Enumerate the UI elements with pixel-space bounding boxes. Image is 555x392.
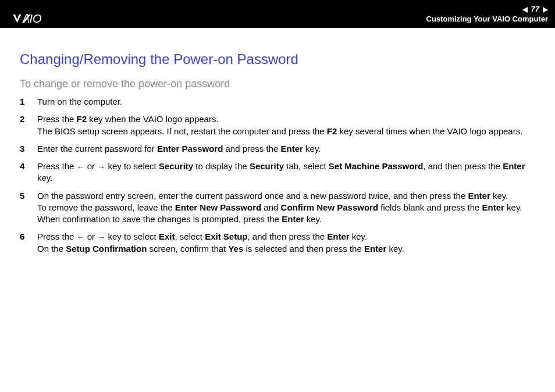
- prev-page-icon[interactable]: [522, 7, 528, 13]
- page-number: 77: [531, 5, 539, 15]
- step-item: 1Turn on the computer.: [20, 96, 535, 108]
- page-subtitle: To change or remove the power-on passwor…: [20, 78, 535, 90]
- page-header: /\IO 77 Customizing Your VAIO Computer: [0, 0, 555, 28]
- step-body: Press the F2 key when the VAIO logo appe…: [37, 113, 535, 137]
- step-item: 5On the password entry screen, enter the…: [20, 190, 535, 226]
- step-number: 3: [20, 143, 27, 155]
- step-number: 5: [20, 190, 27, 226]
- step-item: 3Enter the current password for Enter Pa…: [20, 143, 535, 155]
- page-navigation: 77: [426, 5, 548, 15]
- step-number: 4: [20, 161, 27, 184]
- step-body: Press the ← or → key to select Exit, sel…: [37, 231, 535, 255]
- step-number: 6: [20, 231, 27, 255]
- step-body: Press the ← or → key to select Security …: [37, 161, 535, 184]
- step-item: 6Press the ← or → key to select Exit, se…: [20, 231, 535, 255]
- step-number: 1: [20, 96, 27, 108]
- step-item: 2Press the F2 key when the VAIO logo app…: [20, 113, 535, 137]
- breadcrumb: Customizing Your VAIO Computer: [426, 15, 548, 24]
- vaio-logo: /\IO: [10, 13, 80, 24]
- step-item: 4Press the ← or → key to select Security…: [20, 161, 535, 184]
- step-number: 2: [20, 113, 27, 137]
- step-body: Enter the current password for Enter Pas…: [37, 143, 535, 155]
- steps-list: 1Turn on the computer.2Press the F2 key …: [20, 96, 535, 255]
- step-body: On the password entry screen, enter the …: [37, 190, 535, 226]
- next-page-icon[interactable]: [543, 7, 548, 13]
- page-content: Changing/Removing the Power-on Password …: [0, 28, 555, 272]
- page-title: Changing/Removing the Power-on Password: [20, 51, 535, 67]
- step-body: Turn on the computer.: [37, 96, 535, 108]
- svg-text:/\IO: /\IO: [22, 13, 41, 24]
